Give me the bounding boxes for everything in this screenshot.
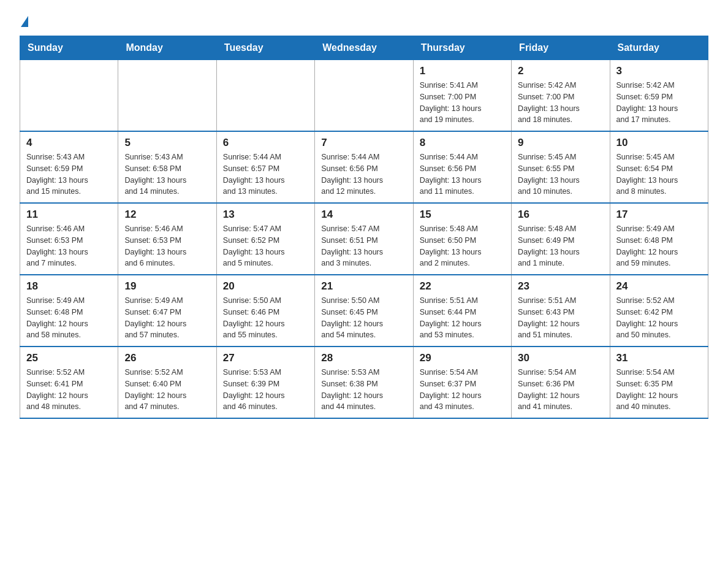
logo-triangle-icon [21,16,28,27]
day-number: 8 [420,137,505,149]
calendar-cell: 15Sunrise: 5:48 AM Sunset: 6:50 PM Dayli… [413,203,511,275]
calendar-cell: 8Sunrise: 5:44 AM Sunset: 6:56 PM Daylig… [413,131,511,203]
day-info: Sunrise: 5:48 AM Sunset: 6:50 PM Dayligh… [420,223,505,269]
day-info: Sunrise: 5:43 AM Sunset: 6:58 PM Dayligh… [124,151,210,197]
calendar-week-row: 1Sunrise: 5:41 AM Sunset: 7:00 PM Daylig… [20,60,708,132]
day-number: 14 [321,209,406,221]
calendar-cell: 23Sunrise: 5:51 AM Sunset: 6:43 PM Dayli… [512,275,610,347]
calendar-cell [315,60,413,132]
calendar-cell: 2Sunrise: 5:42 AM Sunset: 7:00 PM Daylig… [512,60,610,132]
calendar-cell: 24Sunrise: 5:52 AM Sunset: 6:42 PM Dayli… [610,275,708,347]
day-of-week-header: Thursday [413,36,511,60]
day-info: Sunrise: 5:41 AM Sunset: 7:00 PM Dayligh… [420,80,505,126]
day-info: Sunrise: 5:52 AM Sunset: 6:40 PM Dayligh… [124,367,210,413]
day-info: Sunrise: 5:44 AM Sunset: 6:56 PM Dayligh… [420,151,505,197]
day-info: Sunrise: 5:50 AM Sunset: 6:45 PM Dayligh… [321,295,406,341]
calendar-cell: 12Sunrise: 5:46 AM Sunset: 6:53 PM Dayli… [118,203,216,275]
calendar-cell: 16Sunrise: 5:48 AM Sunset: 6:49 PM Dayli… [512,203,610,275]
day-number: 1 [420,65,505,77]
day-info: Sunrise: 5:54 AM Sunset: 6:35 PM Dayligh… [616,367,702,413]
day-of-week-header: Saturday [610,36,708,60]
calendar-week-row: 4Sunrise: 5:43 AM Sunset: 6:59 PM Daylig… [20,131,708,203]
calendar-cell: 14Sunrise: 5:47 AM Sunset: 6:51 PM Dayli… [315,203,413,275]
day-number: 29 [420,352,505,364]
day-info: Sunrise: 5:45 AM Sunset: 6:54 PM Dayligh… [616,151,702,197]
calendar-cell: 26Sunrise: 5:52 AM Sunset: 6:40 PM Dayli… [118,347,216,418]
day-info: Sunrise: 5:52 AM Sunset: 6:41 PM Dayligh… [26,367,112,413]
day-number: 30 [518,352,603,364]
day-info: Sunrise: 5:51 AM Sunset: 6:44 PM Dayligh… [420,295,505,341]
day-of-week-header: Friday [512,36,610,60]
day-info: Sunrise: 5:50 AM Sunset: 6:46 PM Dayligh… [223,295,308,341]
day-info: Sunrise: 5:48 AM Sunset: 6:49 PM Dayligh… [518,223,603,269]
day-info: Sunrise: 5:51 AM Sunset: 6:43 PM Dayligh… [518,295,603,341]
day-number: 28 [321,352,406,364]
calendar-week-row: 25Sunrise: 5:52 AM Sunset: 6:41 PM Dayli… [20,347,708,418]
day-info: Sunrise: 5:52 AM Sunset: 6:42 PM Dayligh… [616,295,702,341]
calendar-cell: 18Sunrise: 5:49 AM Sunset: 6:48 PM Dayli… [20,275,118,347]
calendar-week-row: 18Sunrise: 5:49 AM Sunset: 6:48 PM Dayli… [20,275,708,347]
calendar-cell: 4Sunrise: 5:43 AM Sunset: 6:59 PM Daylig… [20,131,118,203]
day-number: 16 [518,209,603,221]
day-info: Sunrise: 5:53 AM Sunset: 6:38 PM Dayligh… [321,367,406,413]
day-info: Sunrise: 5:49 AM Sunset: 6:48 PM Dayligh… [26,295,112,341]
calendar-cell: 20Sunrise: 5:50 AM Sunset: 6:46 PM Dayli… [216,275,314,347]
day-number: 31 [616,352,702,364]
day-info: Sunrise: 5:44 AM Sunset: 6:57 PM Dayligh… [223,151,308,197]
calendar-cell: 31Sunrise: 5:54 AM Sunset: 6:35 PM Dayli… [610,347,708,418]
day-number: 2 [518,65,603,77]
day-info: Sunrise: 5:54 AM Sunset: 6:36 PM Dayligh… [518,367,603,413]
day-number: 19 [124,280,210,293]
calendar-cell: 10Sunrise: 5:45 AM Sunset: 6:54 PM Dayli… [610,131,708,203]
calendar-table: SundayMondayTuesdayWednesdayThursdayFrid… [20,36,708,419]
calendar-cell: 30Sunrise: 5:54 AM Sunset: 6:36 PM Dayli… [512,347,610,418]
day-number: 20 [223,280,308,293]
calendar-cell: 28Sunrise: 5:53 AM Sunset: 6:38 PM Dayli… [315,347,413,418]
day-info: Sunrise: 5:43 AM Sunset: 6:59 PM Dayligh… [26,151,112,197]
day-number: 24 [616,280,702,293]
day-number: 12 [124,209,210,221]
day-number: 17 [616,209,702,221]
calendar-cell: 11Sunrise: 5:46 AM Sunset: 6:53 PM Dayli… [20,203,118,275]
day-info: Sunrise: 5:45 AM Sunset: 6:55 PM Dayligh… [518,151,603,197]
day-number: 22 [420,280,505,293]
day-info: Sunrise: 5:44 AM Sunset: 6:56 PM Dayligh… [321,151,406,197]
day-info: Sunrise: 5:47 AM Sunset: 6:52 PM Dayligh… [223,223,308,269]
day-number: 7 [321,137,406,149]
day-number: 5 [124,137,210,149]
day-info: Sunrise: 5:46 AM Sunset: 6:53 PM Dayligh… [124,223,210,269]
day-info: Sunrise: 5:49 AM Sunset: 6:48 PM Dayligh… [616,223,702,269]
calendar-cell: 17Sunrise: 5:49 AM Sunset: 6:48 PM Dayli… [610,203,708,275]
day-number: 3 [616,65,702,77]
day-number: 9 [518,137,603,149]
day-number: 13 [223,209,308,221]
calendar-cell [216,60,314,132]
day-number: 21 [321,280,406,293]
calendar-cell: 22Sunrise: 5:51 AM Sunset: 6:44 PM Dayli… [413,275,511,347]
calendar-cell: 6Sunrise: 5:44 AM Sunset: 6:57 PM Daylig… [216,131,314,203]
page-header [20,15,708,28]
calendar-header-row: SundayMondayTuesdayWednesdayThursdayFrid… [20,36,708,60]
day-info: Sunrise: 5:47 AM Sunset: 6:51 PM Dayligh… [321,223,406,269]
calendar-cell: 3Sunrise: 5:42 AM Sunset: 6:59 PM Daylig… [610,60,708,132]
day-number: 18 [26,280,112,293]
day-info: Sunrise: 5:54 AM Sunset: 6:37 PM Dayligh… [420,367,505,413]
day-of-week-header: Tuesday [216,36,314,60]
calendar-cell: 1Sunrise: 5:41 AM Sunset: 7:00 PM Daylig… [413,60,511,132]
calendar-cell: 19Sunrise: 5:49 AM Sunset: 6:47 PM Dayli… [118,275,216,347]
calendar-cell: 27Sunrise: 5:53 AM Sunset: 6:39 PM Dayli… [216,347,314,418]
day-number: 10 [616,137,702,149]
day-number: 25 [26,352,112,364]
day-number: 26 [124,352,210,364]
calendar-cell [20,60,118,132]
day-of-week-header: Wednesday [315,36,413,60]
calendar-cell: 13Sunrise: 5:47 AM Sunset: 6:52 PM Dayli… [216,203,314,275]
calendar-cell: 25Sunrise: 5:52 AM Sunset: 6:41 PM Dayli… [20,347,118,418]
day-info: Sunrise: 5:42 AM Sunset: 6:59 PM Dayligh… [616,80,702,126]
calendar-cell: 9Sunrise: 5:45 AM Sunset: 6:55 PM Daylig… [512,131,610,203]
day-info: Sunrise: 5:46 AM Sunset: 6:53 PM Dayligh… [26,223,112,269]
day-of-week-header: Sunday [20,36,118,60]
day-number: 11 [26,209,112,221]
calendar-cell [118,60,216,132]
day-info: Sunrise: 5:42 AM Sunset: 7:00 PM Dayligh… [518,80,603,126]
